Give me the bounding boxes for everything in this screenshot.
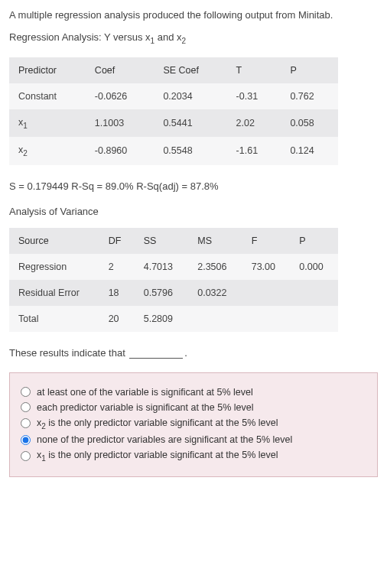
table-header-row: Predictor Coef SE Coef T P: [9, 57, 338, 83]
cell-source: Residual Error: [9, 280, 99, 306]
option-4[interactable]: none of the predictor variables are sign…: [21, 434, 366, 445]
cell-p: [290, 306, 338, 332]
cell-source: Regression: [9, 254, 99, 280]
cell-ss: 0.5796: [135, 280, 188, 306]
cell-df: 20: [99, 306, 135, 332]
col-source: Source: [9, 228, 99, 254]
option-5[interactable]: x1 is the only predictor variable signif…: [21, 450, 366, 463]
cell-t: 2.02: [227, 109, 281, 138]
option-label: x2 is the only predictor variable signif…: [37, 417, 278, 430]
col-f: F: [242, 228, 291, 254]
radio-option-2[interactable]: [21, 402, 31, 412]
cell-predictor: x1: [9, 109, 86, 138]
anova-title: Analysis of Variance: [9, 206, 378, 217]
cell-df: 2: [99, 254, 135, 280]
table-row: Total 20 5.2809: [9, 306, 338, 332]
regression-title: Regression Analysis: Y versus x1 and x2: [9, 31, 378, 45]
cell-f: [242, 306, 291, 332]
option-label: at least one of the variable is signific…: [37, 387, 253, 398]
radio-option-5[interactable]: [21, 451, 31, 461]
col-se: SE Coef: [154, 57, 226, 83]
table-row: x2 -0.8960 0.5548 -1.61 0.124: [9, 137, 338, 165]
prompt-post: .: [184, 347, 187, 359]
model-summary: S = 0.179449 R-Sq = 89.0% R-Sq(adj) = 87…: [9, 180, 378, 192]
intro-text: A multiple regression analysis produced …: [9, 9, 378, 21]
table-row: x1 1.1003 0.5441 2.02 0.058: [9, 109, 338, 138]
blank-line: [129, 358, 183, 359]
cell-se: 0.5548: [154, 137, 226, 165]
title-mid: and x: [154, 31, 181, 43]
cell-predictor: x2: [9, 137, 86, 165]
cell-se: 0.5441: [154, 109, 226, 138]
col-t: T: [227, 57, 281, 83]
radio-option-4[interactable]: [21, 435, 31, 445]
cell-p: 0.000: [290, 254, 338, 280]
cell-source: Total: [9, 306, 99, 332]
table-row: Residual Error 18 0.5796 0.0322: [9, 280, 338, 306]
option-label: none of the predictor variables are sign…: [37, 434, 292, 445]
col-ss: SS: [135, 228, 188, 254]
sub-2: 2: [181, 37, 186, 45]
cell-t: -1.61: [227, 137, 281, 165]
radio-option-3[interactable]: [21, 418, 31, 428]
cell-p: 0.762: [281, 83, 338, 109]
cell-f: 73.00: [242, 254, 291, 280]
table-row: Regression 2 4.7013 2.3506 73.00 0.000: [9, 254, 338, 280]
option-3[interactable]: x2 is the only predictor variable signif…: [21, 417, 366, 430]
option-2[interactable]: each predictor variable is significant a…: [21, 402, 366, 413]
col-ms: MS: [188, 228, 242, 254]
cell-coef: -0.0626: [86, 83, 154, 109]
option-label: x1 is the only predictor variable signif…: [37, 450, 278, 463]
anova-table: Source DF SS MS F P Regression 2 4.7013 …: [9, 228, 338, 332]
col-coef: Coef: [86, 57, 154, 83]
cell-ss: 5.2809: [135, 306, 188, 332]
col-predictor: Predictor: [9, 57, 86, 83]
cell-f: [242, 280, 291, 306]
cell-predictor: Constant: [9, 83, 86, 109]
col-p: P: [290, 228, 338, 254]
title-prefix: Regression Analysis: Y versus x: [9, 31, 151, 43]
cell-p: 0.124: [281, 137, 338, 165]
option-1[interactable]: at least one of the variable is signific…: [21, 387, 366, 398]
cell-coef: 1.1003: [86, 109, 154, 138]
col-p: P: [281, 57, 338, 83]
cell-coef: -0.8960: [86, 137, 154, 165]
cell-t: -0.31: [227, 83, 281, 109]
option-label: each predictor variable is significant a…: [37, 402, 253, 413]
cell-ss: 4.7013: [135, 254, 188, 280]
cell-p: [290, 280, 338, 306]
options-box: at least one of the variable is signific…: [9, 372, 378, 477]
table-header-row: Source DF SS MS F P: [9, 228, 338, 254]
cell-se: 0.2034: [154, 83, 226, 109]
coefficient-table: Predictor Coef SE Coef T P Constant -0.0…: [9, 57, 338, 165]
table-row: Constant -0.0626 0.2034 -0.31 0.762: [9, 83, 338, 109]
prompt-pre: These results indicate that: [9, 347, 128, 359]
cell-ms: 0.0322: [188, 280, 242, 306]
cell-p: 0.058: [281, 109, 338, 138]
cell-df: 18: [99, 280, 135, 306]
question-prompt: These results indicate that .: [9, 347, 378, 359]
radio-option-1[interactable]: [21, 387, 31, 397]
cell-ms: 2.3506: [188, 254, 242, 280]
cell-ms: [188, 306, 242, 332]
col-df: DF: [99, 228, 135, 254]
